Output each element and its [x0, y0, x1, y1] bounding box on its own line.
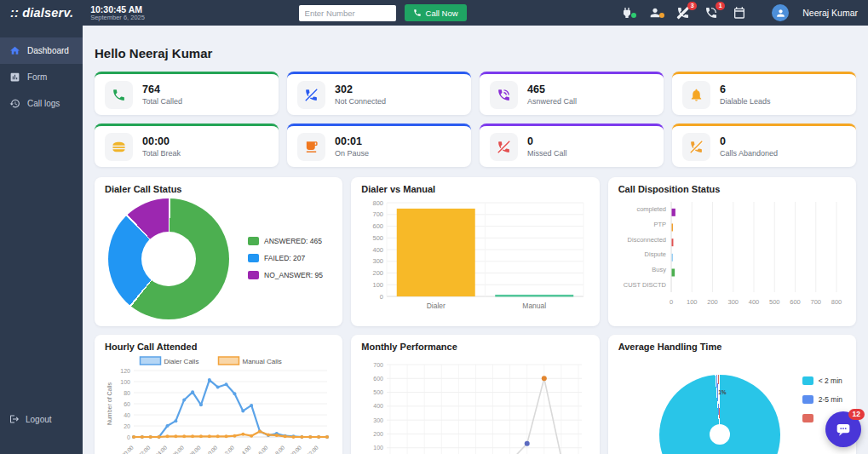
svg-text:00:00: 00:00	[120, 444, 135, 454]
sidebar-item-label: Dashboard	[27, 46, 69, 55]
chart-hourly-call-attended: Hourly Call Attended Dialer CallsManual …	[95, 335, 342, 454]
history-icon	[9, 98, 20, 109]
stat-label: Total Called	[142, 97, 182, 106]
phone-slash-icon	[682, 133, 710, 161]
current-time: 10:30:45 AM	[90, 4, 145, 14]
sidebar-item-call-logs[interactable]: Call logs	[0, 90, 83, 117]
power-plug-icon[interactable]	[620, 6, 634, 20]
chart-dialer-call-status: Dialer Call Status ANSWERED: 465FAILED: …	[95, 177, 342, 326]
sidebar-item-dashboard[interactable]: Dashboard	[0, 37, 83, 64]
callback-icon[interactable]: 1	[704, 6, 718, 20]
svg-text:completed: completed	[636, 205, 666, 213]
legend-label: NO_ANSWER: 95	[264, 271, 323, 279]
svg-text:CUST DISCTD: CUST DISCTD	[623, 281, 666, 289]
notification-badge: 1	[716, 2, 725, 10]
stat-label: Dialable Leads	[720, 97, 771, 106]
legend-item: NO_ANSWER: 95	[248, 271, 323, 279]
stat-label: Asnwered Call	[527, 97, 577, 106]
app-logo: :: dialserv.	[10, 6, 73, 20]
svg-text:500: 500	[769, 298, 780, 306]
legend-swatch	[248, 237, 259, 245]
call-now-button[interactable]: Call Now	[405, 4, 467, 21]
svg-text:14:00: 14:00	[238, 444, 252, 454]
stat-value: 764	[142, 83, 182, 95]
svg-text:100: 100	[687, 298, 698, 306]
chart-average-handling-time: Average Handling Time 99%1%< 2 min2-5 mi…	[608, 335, 856, 454]
svg-text:Manual: Manual	[523, 302, 547, 310]
stat-label: On Pause	[335, 149, 369, 158]
svg-text:18:00: 18:00	[272, 444, 286, 454]
calendar-icon[interactable]	[733, 6, 746, 20]
stat-value: 6	[720, 83, 771, 95]
phone-icon	[105, 81, 133, 109]
agent-status-icon[interactable]	[648, 6, 662, 20]
stat-value: 00:00	[142, 135, 181, 147]
svg-text:200: 200	[374, 431, 384, 437]
charts-grid: Dialer Call Status ANSWERED: 465FAILED: …	[95, 177, 856, 454]
legend-label: FAILED: 207	[264, 254, 305, 262]
svg-text:200: 200	[373, 269, 384, 277]
svg-text:0: 0	[127, 434, 130, 440]
svg-text:600: 600	[790, 298, 801, 306]
chat-button[interactable]: 12	[825, 411, 861, 447]
legend-label: 2-5 min	[819, 395, 842, 404]
average-handling-time-pie: 99%1%< 2 min2-5 min	[618, 354, 846, 454]
svg-text:60: 60	[124, 401, 130, 407]
stat-value: 0	[720, 135, 778, 147]
legend-swatch	[802, 376, 813, 385]
legend-item: 2-5 min	[802, 395, 842, 404]
main-content: Hello Neeraj Kumar 764Total Called302Not…	[83, 26, 868, 454]
svg-text:100: 100	[120, 379, 130, 385]
phone-icon	[413, 9, 422, 17]
legend-item: ANSWERED: 465	[248, 237, 323, 245]
svg-text:700: 700	[810, 298, 821, 306]
stat-value: 0	[527, 135, 567, 147]
status-dot	[659, 13, 664, 18]
stat-card-asnwered-call: 465Asnwered Call	[480, 72, 664, 115]
stat-card-total-break: 00:00Total Break	[95, 124, 279, 167]
stat-card-not-connected: 302Not Connected	[287, 72, 471, 115]
call-disposition-bars: 0100200300400500600700800completedPTPDis…	[618, 197, 846, 317]
pie-hole	[710, 424, 730, 445]
svg-text:400: 400	[748, 298, 759, 306]
sidebar-item-form[interactable]: Form	[0, 64, 83, 90]
logout-label: Logout	[26, 415, 52, 424]
svg-text:20: 20	[124, 423, 130, 429]
svg-text:Dialer: Dialer	[427, 302, 445, 310]
logout-button[interactable]: Logout	[0, 406, 83, 432]
svg-text:16:00: 16:00	[255, 444, 269, 454]
svg-text:08:00: 08:00	[187, 444, 202, 454]
svg-text:Dispute: Dispute	[644, 250, 665, 258]
page-title: Hello Neeraj Kumar	[95, 46, 856, 60]
stat-value: 00:01	[335, 135, 369, 147]
svg-text:Busy: Busy	[652, 266, 666, 273]
user-name: Neeraj Kumar	[802, 8, 858, 18]
pie-small-label: 1%	[718, 389, 726, 395]
stats-grid: 764Total Called302Not Connected465Asnwer…	[95, 72, 856, 167]
missed-call-icon[interactable]: 3	[676, 6, 690, 20]
svg-text:400: 400	[374, 403, 384, 409]
svg-text:PTP: PTP	[653, 221, 666, 228]
legend-label: ANSWERED: 465	[264, 237, 322, 245]
dialer-vs-manual-bars: 0100200300400500600700800DialerManual	[361, 197, 589, 317]
svg-text:300: 300	[727, 298, 739, 306]
svg-text:06:00: 06:00	[170, 444, 185, 454]
stat-label: Not Connected	[335, 97, 386, 106]
stat-card-calls-abandoned: 0Calls Abandoned	[672, 124, 856, 167]
stat-card-total-called: 764Total Called	[95, 72, 279, 115]
coffee-icon	[297, 133, 325, 161]
chart-title: Monthly Performance	[361, 342, 589, 352]
svg-text:20:00: 20:00	[289, 444, 303, 454]
phone-number-input[interactable]	[299, 5, 396, 21]
avatar[interactable]	[772, 4, 789, 21]
svg-text:22:00: 22:00	[305, 444, 319, 454]
chat-bubble-icon	[834, 420, 853, 439]
svg-text:0: 0	[670, 298, 673, 306]
sidebar: DashboardFormCall logs Logout	[0, 26, 83, 454]
legend-label: < 2 min	[819, 376, 842, 385]
phone-slash-icon	[490, 133, 518, 161]
bell-icon	[682, 81, 710, 109]
sidebar-item-label: Call logs	[27, 99, 60, 108]
svg-text:10:00: 10:00	[204, 444, 219, 454]
stat-card-missed-call: 0Missed Call	[480, 124, 664, 167]
